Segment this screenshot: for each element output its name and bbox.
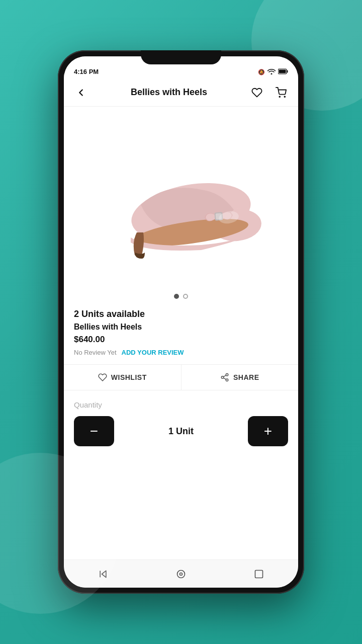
dot-2[interactable]: [183, 294, 188, 299]
svg-marker-16: [102, 571, 106, 577]
product-name: Bellies with Heels: [74, 323, 288, 332]
review-row: No Review Yet ADD YOUR REVIEW: [74, 349, 288, 356]
page-title: Bellies with Heels: [90, 87, 248, 98]
nav-home-icon: [176, 569, 186, 579]
dot-1[interactable]: [174, 294, 179, 299]
cart-button[interactable]: [272, 84, 290, 102]
increase-quantity-button[interactable]: +: [248, 416, 288, 446]
wishlist-button[interactable]: [248, 84, 266, 102]
quantity-label: Quantity: [74, 400, 288, 409]
product-image: [64, 107, 298, 288]
heart-icon: [98, 373, 107, 382]
svg-line-15: [223, 375, 226, 377]
decrease-quantity-button[interactable]: −: [74, 416, 114, 446]
phone-frame: 4:16 PM 🔕: [58, 50, 304, 594]
product-image-container: [64, 107, 298, 288]
header-actions: [248, 84, 290, 102]
quantity-row: − 1 Unit +: [74, 416, 288, 446]
nav-stop-icon: [254, 569, 264, 579]
no-review-text: No Review Yet: [74, 349, 117, 356]
product-info: 2 Units available Bellies with Heels $64…: [64, 305, 298, 364]
svg-point-19: [179, 573, 182, 575]
wifi-icon: [267, 68, 276, 75]
svg-point-3: [279, 96, 280, 97]
product-price: $640.00: [74, 335, 288, 345]
svg-rect-1: [279, 70, 286, 73]
notch: [141, 50, 221, 64]
svg-point-18: [177, 570, 185, 578]
battery-icon: [278, 68, 288, 75]
shoe-svg: [101, 122, 261, 273]
svg-line-14: [223, 378, 226, 379]
back-button[interactable]: [72, 84, 90, 102]
action-row: WISHLIST SHARE: [64, 364, 298, 390]
product-content: 2 Units available Bellies with Heels $64…: [64, 107, 298, 559]
minus-icon: −: [90, 423, 98, 439]
nav-home-button[interactable]: [170, 563, 192, 585]
add-review-link[interactable]: ADD YOUR REVIEW: [122, 349, 184, 356]
status-icons: 🔕: [258, 68, 288, 75]
quantity-display: 1 Unit: [114, 426, 248, 437]
nav-back-icon: [98, 569, 108, 579]
wishlist-action-button[interactable]: WISHLIST: [64, 365, 182, 390]
wishlist-action-label: WISHLIST: [111, 373, 147, 381]
carousel-dots: [64, 288, 298, 305]
svg-rect-2: [287, 70, 288, 73]
phone-screen: 4:16 PM 🔕: [64, 56, 298, 588]
bottom-nav: [64, 559, 298, 588]
plus-icon: +: [264, 423, 272, 439]
nav-stop-button[interactable]: [248, 563, 270, 585]
nav-back-button[interactable]: [92, 563, 114, 585]
app-header: Bellies with Heels: [64, 78, 298, 107]
svg-rect-20: [255, 570, 263, 578]
share-action-button[interactable]: SHARE: [182, 365, 299, 390]
mute-icon: 🔕: [258, 69, 265, 75]
status-time: 4:16 PM: [74, 68, 99, 75]
share-icon: [220, 373, 229, 382]
svg-point-4: [284, 96, 285, 97]
share-action-label: SHARE: [233, 373, 259, 381]
quantity-section: Quantity − 1 Unit +: [64, 390, 298, 451]
availability-text: 2 Units available: [74, 309, 288, 319]
